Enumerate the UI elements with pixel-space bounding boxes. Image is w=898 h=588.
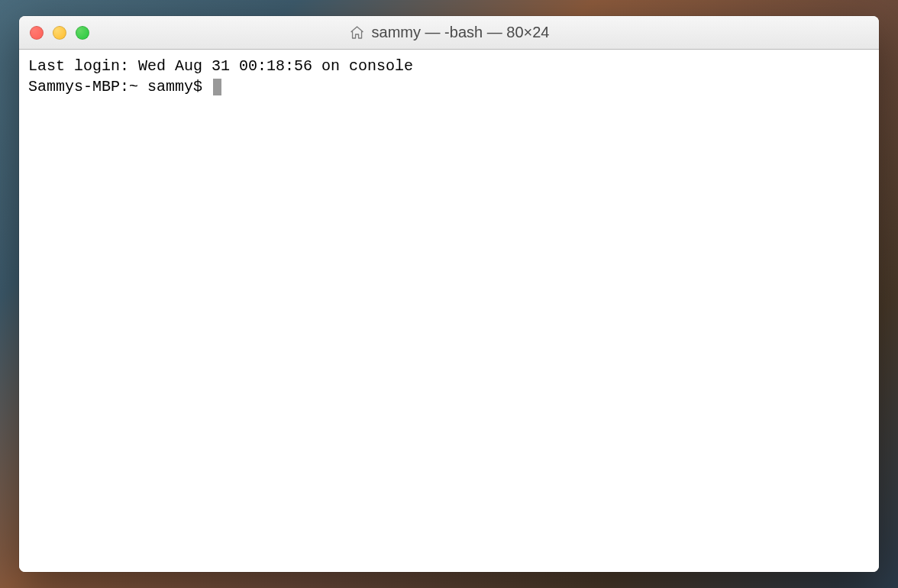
minimize-button[interactable] — [53, 26, 66, 40]
close-button[interactable] — [30, 26, 44, 40]
prompt-line: Sammys-MBP:~ sammy$ — [28, 76, 870, 97]
terminal-body[interactable]: Last login: Wed Aug 31 00:18:56 on conso… — [19, 50, 879, 572]
last-login-line: Last login: Wed Aug 31 00:18:56 on conso… — [28, 56, 870, 76]
window-titlebar[interactable]: sammy — -bash — 80×24 — [19, 16, 879, 50]
maximize-button[interactable] — [76, 26, 89, 40]
shell-prompt: Sammys-MBP:~ sammy$ — [28, 76, 212, 97]
window-title: sammy — -bash — 80×24 — [372, 24, 550, 41]
home-icon — [349, 24, 366, 41]
traffic-lights — [30, 26, 89, 40]
window-title-container: sammy — -bash — 80×24 — [349, 24, 550, 41]
terminal-cursor[interactable] — [213, 79, 221, 95]
terminal-window: sammy — -bash — 80×24 Last login: Wed Au… — [19, 16, 879, 572]
